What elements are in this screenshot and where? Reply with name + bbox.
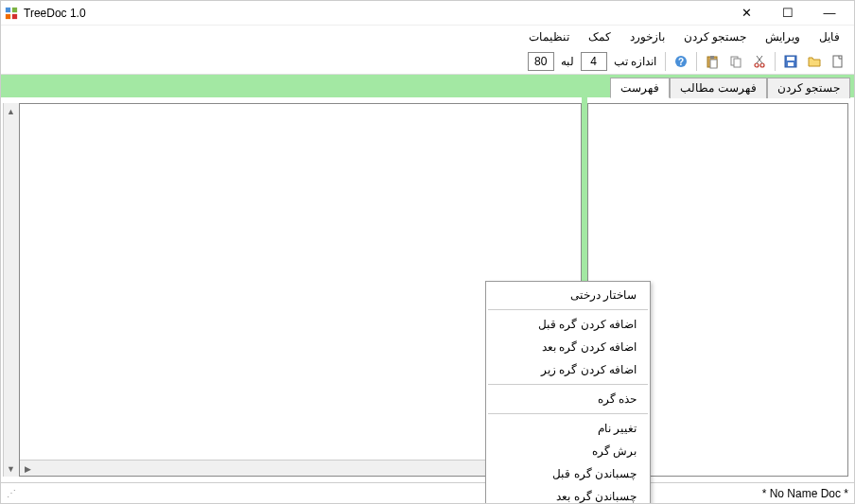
tab-1[interactable]: فهرست مطالب (670, 78, 766, 98)
status-text: * No Name Doc * (762, 487, 848, 500)
close-button[interactable]: ✕ (725, 2, 767, 25)
context-item-9[interactable]: برش گره (486, 440, 650, 462)
context-separator (488, 413, 648, 414)
svg-rect-1 (12, 7, 17, 11)
tab-0[interactable]: جستجو کردن (767, 78, 850, 98)
window-controls: ✕ ☐ — (725, 2, 850, 25)
separator (665, 52, 666, 71)
context-item-0[interactable]: ساختار درختی (486, 284, 650, 306)
main-area: ◀ ▶ ▲ ▼ ساختار درختیاضافه کردن گره قبلاض… (1, 97, 854, 482)
svg-text:?: ? (678, 57, 684, 67)
toolbar: ? اندازه تب لبه (1, 48, 854, 75)
tabstrip: جستجو کردنفهرست مطالبفهرست (1, 75, 854, 97)
scroll-right-icon[interactable]: ▶ (20, 461, 36, 477)
save-button[interactable] (780, 51, 801, 72)
context-separator (488, 384, 648, 385)
minimize-button[interactable]: — (809, 2, 850, 25)
svg-point-9 (760, 63, 764, 67)
context-separator (488, 309, 648, 310)
statusbar: ⋰ * No Name Doc * (1, 482, 854, 503)
open-button[interactable] (804, 51, 825, 72)
context-item-8[interactable]: تغییر نام (486, 417, 650, 440)
context-item-11[interactable]: چسباندن گره بعد (486, 485, 650, 504)
context-item-6[interactable]: حذه گره (486, 388, 650, 410)
context-item-10[interactable]: چسباندن گره قبل (486, 462, 650, 485)
scroll-down-icon[interactable]: ▼ (3, 461, 19, 477)
edge-label: لبه (557, 55, 578, 68)
app-title: TreeDoc 1.0 (24, 7, 86, 20)
maximize-button[interactable]: ☐ (767, 2, 809, 25)
menu-search[interactable]: جستجو کردن (675, 27, 755, 46)
cut-button[interactable] (749, 51, 770, 72)
menu-file[interactable]: فایل (811, 27, 848, 46)
menubar: فایل ویرایش جستجو کردن بازخورد کمک تنظیم… (1, 26, 854, 48)
menu-feedback[interactable]: بازخورد (621, 27, 673, 46)
svg-rect-2 (6, 13, 10, 18)
menu-help[interactable]: کمک (580, 27, 619, 46)
svg-rect-0 (6, 7, 10, 11)
svg-rect-3 (12, 13, 17, 18)
svg-point-8 (755, 63, 759, 67)
svg-rect-14 (710, 60, 717, 68)
context-item-2[interactable]: اضافه کردن گره قبل (486, 313, 650, 336)
scroll-up-icon[interactable]: ▲ (3, 103, 19, 119)
svg-rect-7 (788, 62, 794, 66)
tab-2[interactable]: فهرست (610, 78, 670, 98)
tabsize-label: اندازه تب (610, 55, 660, 68)
paste-button[interactable] (702, 51, 723, 72)
svg-rect-11 (734, 59, 741, 67)
resize-grip-icon[interactable]: ⋰ (7, 488, 14, 498)
edge-input[interactable] (528, 52, 554, 71)
help-button[interactable]: ? (671, 51, 691, 72)
context-menu: ساختار درختیاضافه کردن گره قبلاضافه کردن… (485, 281, 651, 504)
menu-settings[interactable]: تنظیمات (520, 27, 578, 46)
menu-edit[interactable]: ویرایش (757, 27, 809, 46)
context-item-4[interactable]: اضافه کردن گره زیر (486, 358, 650, 381)
copy-button[interactable] (725, 51, 746, 72)
titlebar: ✕ ☐ — TreeDoc 1.0 (1, 1, 854, 26)
scrollbar-vertical[interactable]: ▲ ▼ (3, 103, 19, 477)
svg-rect-6 (787, 57, 794, 61)
svg-rect-4 (833, 56, 842, 67)
context-item-3[interactable]: اضافه کردن گره بعد (486, 336, 650, 358)
svg-rect-13 (710, 56, 714, 59)
app-icon (5, 7, 18, 20)
separator (696, 52, 697, 71)
new-button[interactable] (828, 51, 848, 72)
tabsize-input[interactable] (581, 52, 607, 71)
separator (775, 52, 776, 71)
